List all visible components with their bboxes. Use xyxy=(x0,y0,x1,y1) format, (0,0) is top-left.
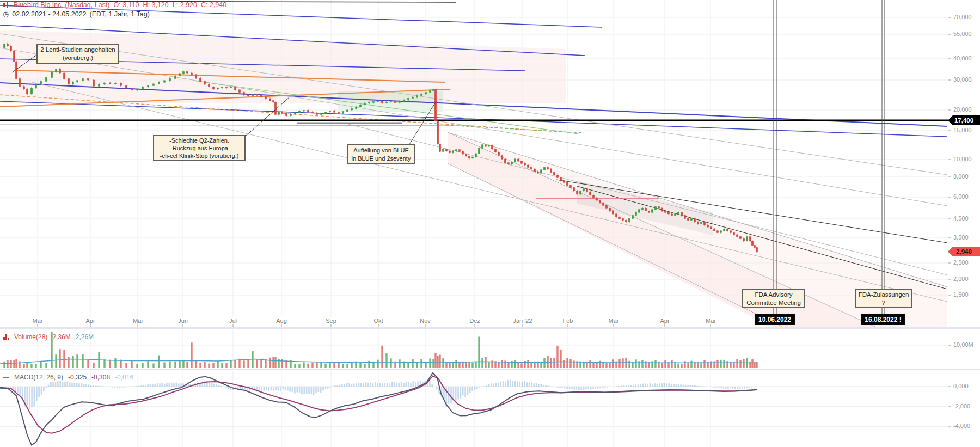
price-axis-label[interactable]: 70,000 xyxy=(953,14,972,20)
instrument-name[interactable]: Bluebird Bio Inc. (Nasdaq, Last) xyxy=(14,1,109,9)
volume-pane[interactable] xyxy=(0,332,758,368)
volume-axis-label[interactable]: 10,00M xyxy=(953,341,973,348)
clock-icon: ◷ xyxy=(3,10,9,18)
annotation-fda-meeting[interactable]: FDA AdvisoryCommittee Meeting xyxy=(742,289,805,308)
annotation-lenti[interactable]: 2 Lenti-Studien angehalten(vorüberg.) xyxy=(36,44,119,64)
annotation-fda-approval[interactable]: FDA-Zulassungen? xyxy=(855,289,912,308)
volume-icon xyxy=(3,334,9,340)
ohlc-high: H: 3,120 xyxy=(143,1,169,9)
annotation-text: -Schlechte Q2-Zahlen. xyxy=(154,137,244,144)
annotation-text: in BLUE und 2seventy xyxy=(348,155,414,162)
price-axis-label[interactable]: 2,500 xyxy=(953,259,969,266)
price-axis-label[interactable]: 10,000 xyxy=(953,156,972,162)
time-axis-label[interactable]: Jan '22 xyxy=(513,317,532,324)
instrument-header: Bluebird Bio Inc. (Nasdaq, Last) O: 3,11… xyxy=(3,1,226,9)
volume-value: 2,36M xyxy=(52,333,70,341)
chart-application: Bluebird Bio Inc. (Nasdaq, Last) O: 3,11… xyxy=(0,0,980,447)
date-range-row: ◷ 02.02.2021 - 24.05.2022 (EDT, 1 Jahr, … xyxy=(3,10,150,18)
macd-hist-value: -0,016 xyxy=(115,373,133,381)
volume-legend[interactable]: Volume(28) 2,36M 2,26M xyxy=(3,333,94,341)
ohlc-close: C: 2,940 xyxy=(201,1,226,9)
time-axis-label[interactable]: Jun xyxy=(178,317,188,324)
time-axis-label[interactable]: Apr xyxy=(85,317,95,324)
price-axis-label[interactable]: 55,000 xyxy=(953,30,972,37)
price-pane-background[interactable] xyxy=(0,30,947,327)
macd-icon xyxy=(3,377,9,378)
time-axis-label[interactable]: Sep xyxy=(326,317,336,324)
macd-value: -0,325 xyxy=(68,373,87,381)
ohlc-open: O: 3,110 xyxy=(113,1,139,9)
price-axis-label[interactable]: 2,000 xyxy=(953,275,969,282)
time-axis-label[interactable]: Jul xyxy=(229,317,237,324)
time-axis-label[interactable]: Okt xyxy=(373,317,383,324)
date-range: 02.02.2021 - 24.05.2022 xyxy=(12,10,86,18)
price-axis-label[interactable]: 4,500 xyxy=(953,215,969,222)
macd-axis-label[interactable]: 0,000 xyxy=(953,383,969,389)
price-axis-label[interactable]: 6,000 xyxy=(953,193,969,200)
ohlc-low: L: 2,920 xyxy=(173,1,197,9)
price-axis-label[interactable]: 1,500 xyxy=(953,291,969,298)
time-axis-label[interactable]: Dez xyxy=(469,317,480,324)
macd-legend[interactable]: MACD(12, 26, 9) -0,325 -0,308 -0,016 xyxy=(3,373,133,381)
price-axis-label[interactable]: 8,000 xyxy=(953,173,969,180)
annotation-split[interactable]: Aufteilung von BLUEin BLUE und 2seventy xyxy=(347,144,415,164)
annotation-text: -Rückzug aus Europa xyxy=(154,144,244,152)
annotation-text: -eli-cel Klinik-Stop (vorüberg.) xyxy=(154,152,244,160)
annotation-text: ? xyxy=(856,299,911,307)
annotation-text: (vorüberg.) xyxy=(38,54,118,62)
time-axis-label[interactable]: Aug xyxy=(276,317,287,324)
time-axis-label[interactable]: Mär xyxy=(33,317,43,324)
annotation-text: FDA-Zulassungen xyxy=(856,291,911,299)
price-axis-label[interactable]: 20,000 xyxy=(953,106,972,113)
time-axis-label[interactable]: Mai xyxy=(706,317,715,324)
date-range-meta: (EDT, 1 Jahr, 1 Tag) xyxy=(90,10,150,18)
volume-label: Volume(28) xyxy=(14,333,47,341)
annotation-q2[interactable]: -Schlechte Q2-Zahlen.-Rückzug aus Europa… xyxy=(153,135,246,161)
candlestick-icon xyxy=(3,1,10,9)
price-axis-label[interactable]: 3,500 xyxy=(953,234,969,241)
price-axis-label[interactable]: 40,000 xyxy=(953,55,972,62)
macd-axis-label[interactable]: -4,000 xyxy=(953,422,970,429)
macd-label: MACD(12, 26, 9) xyxy=(14,373,63,381)
annotation-text: Committee Meeting xyxy=(743,299,804,307)
time-axis-label[interactable]: Apr xyxy=(660,317,669,324)
annotation-text: 2 Lenti-Studien angehalten xyxy=(38,46,118,54)
macd-signal-value: -0,308 xyxy=(91,373,110,381)
chart-canvas[interactable] xyxy=(0,0,980,447)
event-date-badge: 10.06.2022 xyxy=(755,314,795,325)
macd-axis-label[interactable]: -2,000 xyxy=(953,403,970,409)
annotation-text: Aufteilung von BLUE xyxy=(348,146,414,154)
price-axis-label[interactable]: 30,000 xyxy=(953,76,972,83)
volume-ma-value: 2,26M xyxy=(76,333,94,341)
price-level-badge: 17,400 xyxy=(948,115,980,125)
event-date-badge: 16.08.2022 ! xyxy=(861,314,905,325)
price-axis-label[interactable]: 15,000 xyxy=(953,127,972,133)
time-axis-label[interactable]: Nov xyxy=(420,317,431,324)
time-axis-label[interactable]: Mai xyxy=(133,317,143,324)
annotation-text: FDA Advisory xyxy=(743,291,804,299)
time-axis-label[interactable]: Feb xyxy=(563,317,573,324)
time-axis-label[interactable]: Mär xyxy=(609,317,619,324)
last-price-badge: 2,940 xyxy=(948,247,980,256)
